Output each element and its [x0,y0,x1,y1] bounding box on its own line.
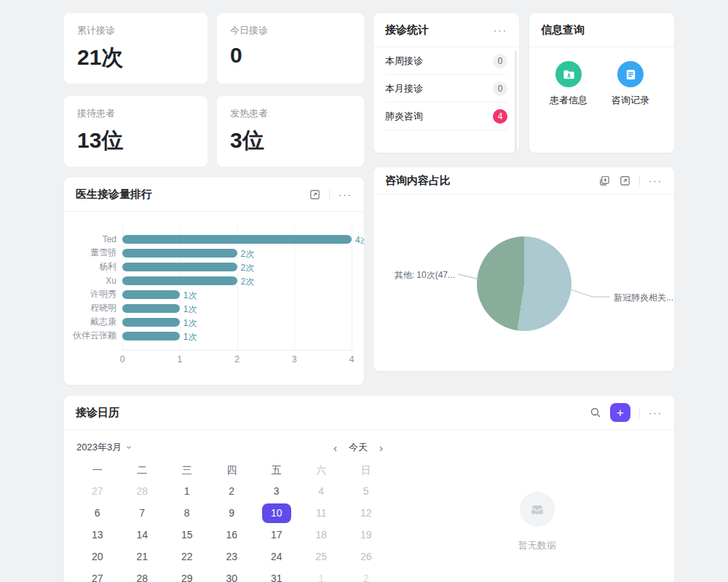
bar [122,235,352,244]
calendar-day[interactable]: 19 [344,524,389,546]
expand-icon[interactable] [619,175,630,186]
bar [122,276,237,285]
pie-chart [477,236,571,331]
add-button[interactable]: + [610,403,630,422]
prev-month-button[interactable]: ‹ [329,442,341,454]
dashboard-page: 累计接诊21次今日接诊0接待患者13位发热患者3位 医生接诊量排行 ··· [0,0,728,582]
calendar-day[interactable]: 29 [165,567,210,582]
search-icon[interactable] [590,407,601,418]
consult-content-panel: 咨询内容占比 [373,167,674,371]
more-menu-icon[interactable]: ··· [339,190,352,199]
calendar-day[interactable]: 25 [299,546,344,567]
scrollbar-thumb[interactable] [515,51,517,153]
stat-card-label: 累计接诊 [77,24,194,37]
bar-track: 1次 [122,290,352,299]
shortcut-patient-info[interactable]: 患者信息 [547,61,590,107]
weekday-header: 二 [120,461,165,480]
calendar-day[interactable]: 24 [254,546,299,567]
calendar-day[interactable]: 20 [75,546,120,567]
calendar-week-row: 272812345 [75,480,389,502]
expand-icon[interactable] [309,188,320,200]
calendar-day[interactable]: 8 [165,502,210,524]
calendar-day[interactable]: 21 [120,546,165,567]
calendar-day[interactable]: 27 [75,567,120,582]
calendar-day[interactable]: 11 [299,502,344,524]
stats-list-item[interactable]: 肺炎咨询4 [385,103,507,130]
calendar-day[interactable]: 6 [75,502,120,524]
bar-category-label: 戴志康 [64,316,122,328]
consult-content-header: 咨询内容占比 [373,167,674,194]
stat-card-value: 0 [230,43,351,68]
save-download-icon[interactable] [598,175,610,186]
bar-chart-body: 01234Ted4次董雪骄2次杨利2次Xu2次许明秀1次程晓明1次戴志康1次伙伴… [64,212,364,385]
bar-row: 戴志康1次 [64,315,364,329]
header-icons: ··· [300,188,352,200]
calendar-day[interactable]: 3 [254,480,299,502]
panel-title: 接诊统计 [385,23,485,37]
x-axis-tick: 1 [177,354,182,364]
count-badge: 4 [493,109,507,124]
next-month-button[interactable]: › [375,442,387,454]
weekday-header: 一 [75,461,120,480]
bar-category-label: 程晓明 [64,302,122,314]
calendar-day[interactable]: 16 [210,524,255,546]
stat-grid: 累计接诊21次今日接诊0接待患者13位发热患者3位 [64,13,364,167]
doctor-ranking-panel: 医生接诊量排行 ··· 01234Ted4次董雪骄2次杨利2次Xu2次许明秀1次… [64,178,364,385]
bar-row: 董雪骄2次 [64,246,364,260]
calendar-day[interactable]: 30 [210,567,255,582]
calendar-week-row: 20212223242526 [75,546,389,567]
calendar-day[interactable]: 1 [165,480,210,502]
calendar-day[interactable]: 5 [344,480,389,502]
bar-track: 2次 [122,263,352,271]
divider [639,407,640,418]
calendar-day[interactable]: 27 [75,480,120,502]
weekday-header: 日 [344,461,389,480]
today-button[interactable]: 今天 [349,441,368,454]
calendar-day[interactable]: 4 [299,480,344,502]
calendar-header: 接诊日历 + ··· [64,396,674,430]
calendar-day[interactable]: 13 [75,524,120,546]
shortcut-consult-records[interactable]: 咨询记录 [609,61,652,107]
stats-list-item[interactable]: 本月接诊0 [385,75,507,103]
calendar-day[interactable]: 15 [165,524,210,546]
more-menu-icon[interactable]: ··· [649,408,662,418]
calendar-day[interactable]: 12 [344,502,389,524]
calendar-day[interactable]: 14 [120,524,165,546]
calendar-day[interactable]: 28 [120,480,165,502]
more-menu-icon[interactable]: ··· [494,25,507,35]
calendar-day[interactable]: 10 [254,502,299,524]
calendar-nav: ‹ 今天 › [64,441,652,454]
calendar-day[interactable]: 2 [210,480,255,502]
calendar-day[interactable]: 28 [120,567,165,582]
pie-chart-body: 其他: 10次(47... 新冠肺炎相关... [373,194,674,372]
more-menu-icon[interactable]: ··· [649,176,662,186]
calendar-day[interactable]: 18 [299,524,344,546]
stats-item-label: 本月接诊 [385,82,423,95]
weekday-header: 五 [254,461,299,480]
calendar-day[interactable]: 22 [165,546,210,567]
calendar-day[interactable]: 31 [254,567,299,582]
divider [329,189,330,199]
info-query-panel: 信息查询 患者信 [529,13,674,153]
calendar-week-row: 6789101112 [75,502,389,524]
stats-item-label: 肺炎咨询 [385,110,423,123]
calendar-toolbar: 2023年3月 ‹ 今天 › [64,431,674,463]
bar-value-label: 2次 [241,248,255,260]
info-query-header: 信息查询 [529,13,674,47]
bar-track: 1次 [122,318,352,327]
panel-title: 接诊日历 [76,406,581,420]
calendar-day[interactable]: 9 [210,502,255,524]
calendar-day[interactable]: 2 [344,567,389,582]
calendar-day[interactable]: 26 [344,546,389,567]
panel-title: 咨询内容占比 [385,174,590,188]
stats-list-item[interactable]: 本周接诊0 [385,47,507,75]
count-badge: 0 [493,54,507,68]
calendar-day[interactable]: 17 [254,524,299,546]
bar-track: 1次 [122,304,352,313]
calendar-day[interactable]: 7 [120,502,165,524]
calendar-day[interactable]: 23 [210,546,255,567]
weekday-header: 四 [210,461,255,480]
calendar-day[interactable]: 1 [299,567,344,582]
calendar-week-row: 272829303112 [75,567,389,582]
calendar-week-row: 13141516171819 [75,524,389,546]
